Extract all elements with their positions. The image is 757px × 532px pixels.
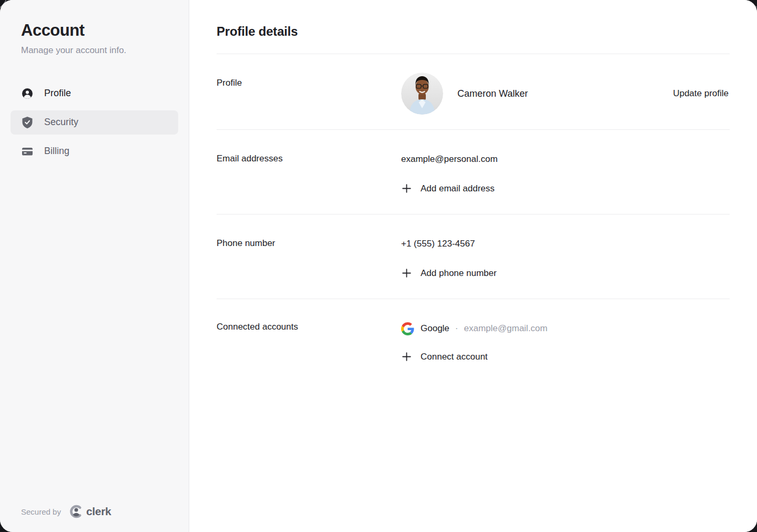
- phone-value: +1 (555) 123-4567: [401, 238, 730, 249]
- sidebar-item-label: Security: [44, 117, 78, 128]
- connected-section-content: Google · example@gmail.com Connect accou…: [401, 322, 730, 362]
- clerk-logo-icon: [69, 505, 83, 518]
- sidebar-footer: Secured by clerk: [21, 505, 111, 518]
- provider-email: example@gmail.com: [464, 322, 548, 335]
- sidebar: Account Manage your account info.: [0, 0, 189, 532]
- email-section-content: example@personal.com Add email address: [401, 154, 730, 194]
- connected-account-row: Google · example@gmail.com: [401, 322, 730, 335]
- page-background: Account Manage your account info.: [0, 0, 757, 532]
- sidebar-item-label: Profile: [44, 88, 71, 99]
- phone-section: Phone number +1 (555) 123-4567 Add phone…: [217, 214, 730, 299]
- page-subtitle: Manage your account info.: [21, 45, 168, 56]
- plus-icon: [401, 183, 412, 194]
- email-value: example@personal.com: [401, 154, 730, 165]
- email-section: Email addresses example@personal.com Add…: [217, 130, 730, 214]
- phone-section-label: Phone number: [217, 238, 401, 279]
- account-card: Account Manage your account info.: [0, 0, 757, 532]
- user-name: Cameron Walker: [457, 88, 528, 99]
- sidebar-item-label: Billing: [44, 146, 69, 157]
- sidebar-item-billing[interactable]: Billing: [11, 139, 178, 163]
- connect-account-label: Connect account: [421, 352, 488, 362]
- main-title: Profile details: [217, 24, 730, 39]
- secured-by-label: Secured by: [21, 507, 61, 516]
- profile-section: Profile: [217, 54, 730, 130]
- provider-separator: ·: [455, 322, 458, 335]
- connected-accounts-section: Connected accounts Google ·: [217, 299, 730, 394]
- plus-icon: [401, 351, 412, 362]
- avatar: [401, 73, 443, 115]
- main-panel: Profile details Profile: [189, 0, 757, 532]
- profile-section-content: Cameron Walker Update profile: [401, 73, 730, 115]
- clerk-wordmark: clerk: [86, 505, 111, 518]
- add-email-button[interactable]: Add email address: [401, 183, 495, 194]
- credit-card-icon: [21, 145, 34, 158]
- add-phone-button[interactable]: Add phone number: [401, 268, 497, 279]
- google-icon: [401, 322, 414, 335]
- page-title: Account: [21, 21, 168, 40]
- sidebar-item-security[interactable]: Security: [11, 110, 178, 135]
- update-profile-button[interactable]: Update profile: [672, 85, 730, 102]
- provider-name: Google: [421, 322, 449, 335]
- sidebar-nav: Profile Security: [11, 81, 178, 163]
- email-section-label: Email addresses: [217, 154, 401, 194]
- profile-line: Cameron Walker Update profile: [401, 73, 730, 115]
- add-email-label: Add email address: [421, 183, 495, 194]
- add-phone-label: Add phone number: [421, 268, 497, 279]
- user-circle-icon: [21, 87, 34, 100]
- phone-section-content: +1 (555) 123-4567 Add phone number: [401, 238, 730, 279]
- connected-section-label: Connected accounts: [217, 322, 401, 362]
- shield-check-icon: [21, 116, 34, 129]
- sidebar-item-profile[interactable]: Profile: [11, 81, 178, 106]
- plus-icon: [401, 268, 412, 279]
- connect-account-button[interactable]: Connect account: [401, 351, 488, 362]
- clerk-brand-link[interactable]: clerk: [69, 505, 111, 518]
- sidebar-header: Account Manage your account info.: [0, 21, 189, 56]
- profile-section-label: Profile: [217, 73, 401, 115]
